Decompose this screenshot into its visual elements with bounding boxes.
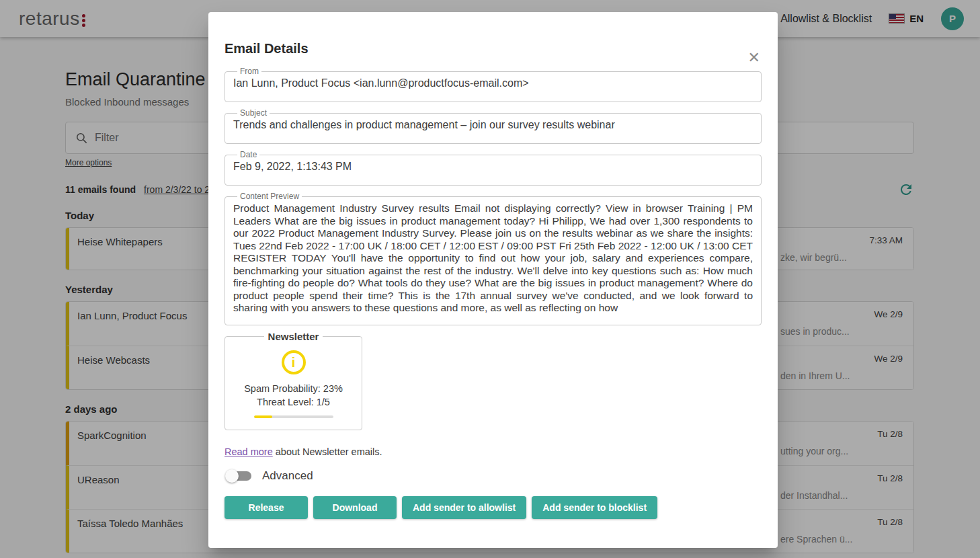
info-icon: i — [282, 350, 306, 374]
date-value: Feb 9, 2022, 1:13:43 PM — [233, 161, 753, 173]
subject-label: Subject — [237, 109, 270, 117]
read-more-rest: about Newsletter emails. — [273, 446, 382, 457]
threat-progress-bar — [254, 415, 333, 418]
release-button[interactable]: Release — [224, 496, 308, 519]
read-more-line: Read more about Newsletter emails. — [224, 446, 762, 457]
add-sender-to-blocklist-button[interactable]: Add sender to blocklist — [532, 496, 657, 519]
subject-field: Subject Trends and challenges in product… — [224, 109, 762, 144]
date-field: Date Feb 9, 2022, 1:13:43 PM — [224, 151, 762, 186]
from-field: From Ian Lunn, Product Focus <ian.lunn@p… — [224, 67, 762, 102]
read-more-link[interactable]: Read more — [224, 446, 273, 457]
advanced-label: Advanced — [262, 469, 313, 483]
date-label: Date — [237, 151, 259, 159]
advanced-toggle-row: Advanced — [224, 469, 762, 483]
classification-box: Newsletter i Spam Probability: 23% Threa… — [224, 331, 362, 430]
add-sender-to-allowlist-button[interactable]: Add sender to allowlist — [402, 496, 526, 519]
spam-probability: Spam Probability: 23% — [225, 383, 362, 394]
email-details-modal: Email Details ✕ From Ian Lunn, Product F… — [208, 12, 778, 548]
modal-title: Email Details — [224, 40, 762, 56]
close-icon[interactable]: ✕ — [748, 51, 760, 65]
toggle-thumb — [225, 469, 239, 483]
content-preview-label: Content Preview — [237, 192, 302, 200]
from-label: From — [237, 67, 261, 75]
threat-progress-fill — [254, 415, 272, 418]
modal-actions: Release Download Add sender to allowlist… — [224, 496, 762, 519]
classification-label: Newsletter — [264, 331, 323, 342]
content-preview-field: Content Preview Product Management Indus… — [224, 192, 762, 325]
content-preview-text: Product Management Industry Survey resul… — [233, 202, 753, 315]
from-value: Ian Lunn, Product Focus <ian.lunn@produc… — [233, 77, 753, 89]
download-button[interactable]: Download — [313, 496, 397, 519]
screen: retarus Allowlist & Blocklist EN P Email… — [0, 0, 980, 558]
advanced-toggle[interactable] — [227, 471, 251, 481]
threat-level: Threat Level: 1/5 — [225, 397, 362, 407]
subject-value: Trends and challenges in product managem… — [233, 119, 753, 131]
